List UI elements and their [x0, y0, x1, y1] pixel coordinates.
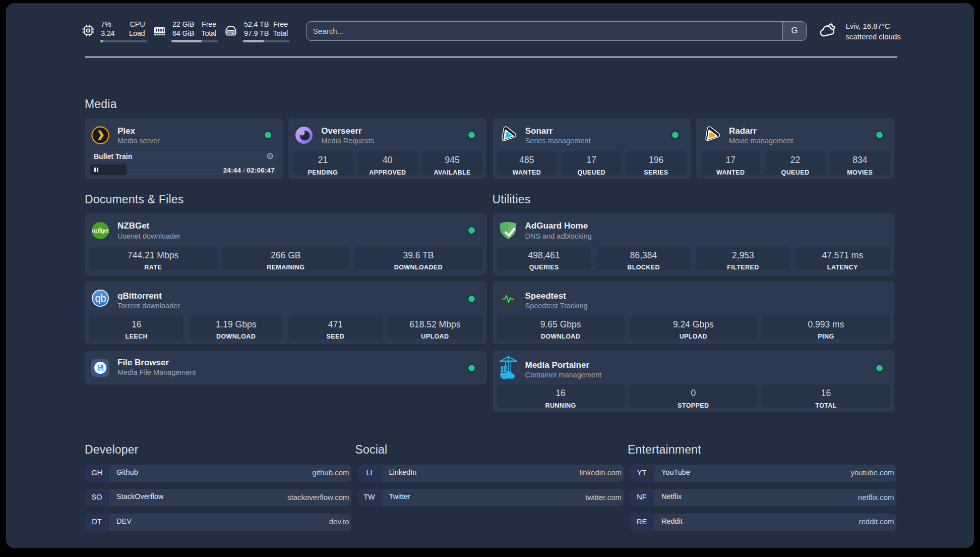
svg-text:qb: qb [95, 293, 106, 304]
svg-text:nzbget: nzbget [92, 228, 109, 234]
